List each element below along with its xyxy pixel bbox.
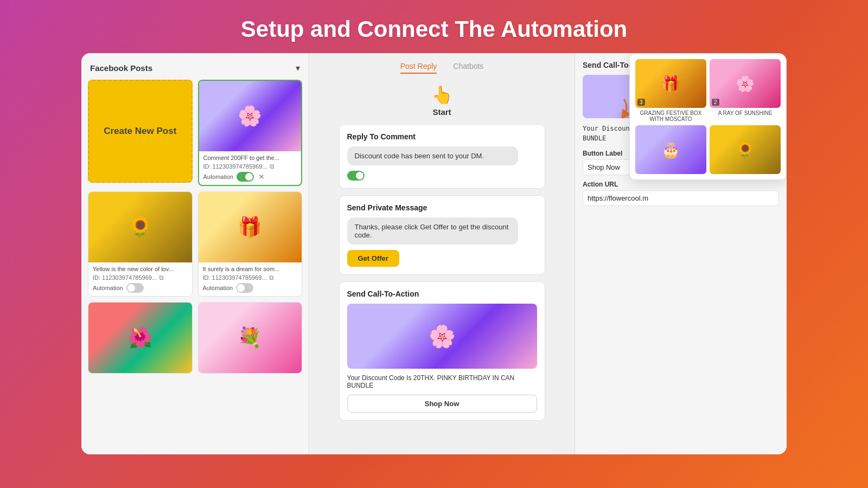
automation-toggle-birthday[interactable] bbox=[237, 172, 254, 182]
post-image-mixed: 🌺 bbox=[88, 303, 192, 373]
start-section: 👆 Start bbox=[431, 85, 453, 117]
post-comment-birthday: Comment 200FF to get the... bbox=[203, 155, 297, 161]
post-image-pink2: 💐 bbox=[199, 303, 302, 373]
create-post-button[interactable]: Create New Post bbox=[88, 80, 193, 183]
post-id-birthday: ID: 112303974785969... bbox=[203, 163, 267, 170]
popup-img-birthday2: 🎂 bbox=[635, 125, 706, 174]
popup-img-wrap-sunflower2: 🌻 bbox=[710, 125, 781, 174]
automation-toggle-gift[interactable] bbox=[236, 283, 253, 293]
post-id-gift: ID: 112303974785969... bbox=[203, 274, 267, 281]
post-meta-gift: It surely is a dream for som... ID: 1123… bbox=[199, 262, 302, 296]
copy-icon-sunflower[interactable]: ⧉ bbox=[159, 274, 164, 281]
action-url-value[interactable]: https://flowercool.m bbox=[583, 190, 779, 206]
send-private-message-card: Send Private Message Thanks, please clic… bbox=[339, 195, 545, 275]
posts-grid: Create New Post 🌸 Comment 200FF to get t… bbox=[88, 80, 302, 374]
automation-label-birthday: Automation bbox=[203, 174, 234, 180]
popup-img-wrap-sunshine: 🌸 2 bbox=[710, 59, 781, 108]
copy-icon-birthday[interactable]: ⧉ bbox=[270, 163, 275, 170]
reply-toggle-row bbox=[347, 171, 537, 181]
image-picker-popup: ✕ 🎁 3 GRAZING FESTIVE BOX WITH MOSCATO 🌸… bbox=[629, 53, 787, 180]
start-icon: 👆 bbox=[431, 85, 453, 105]
create-post-label: Create New Post bbox=[104, 126, 176, 137]
post-comment-sunflower: Yellow is the new color of lov... bbox=[93, 266, 188, 272]
reply-to-comment-title: Reply To Comment bbox=[347, 132, 537, 141]
automation-row-sunflower: Automation bbox=[93, 283, 188, 293]
popup-caption-sunshine: A RAY OF SUNSHINE bbox=[710, 110, 781, 116]
send-private-message-title: Send Private Message bbox=[347, 203, 537, 212]
center-panel: Post Reply Chatbots 👆 Start Reply To Com… bbox=[309, 53, 575, 454]
page-title: Setup and Connect The Automation bbox=[241, 16, 627, 42]
reply-to-comment-card: Reply To Comment Discount code has been … bbox=[339, 124, 545, 189]
left-panel: Facebook Posts ▾ Create New Post 🌸 Comme… bbox=[81, 53, 309, 454]
popup-images-grid: 🎁 3 GRAZING FESTIVE BOX WITH MOSCATO 🌸 2… bbox=[635, 59, 781, 174]
post-image-sunflower: 🌻 bbox=[88, 192, 192, 262]
post-card-sunflower[interactable]: 🌻 Yellow is the new color of lov... ID: … bbox=[88, 191, 193, 297]
popup-img-festive: 🎁 bbox=[635, 59, 706, 108]
popup-item-sunshine[interactable]: 🌸 2 A RAY OF SUNSHINE bbox=[710, 59, 781, 122]
popup-img-sunshine: 🌸 bbox=[710, 59, 781, 108]
reply-toggle[interactable] bbox=[347, 171, 365, 181]
post-id-row-sunflower: ID: 112303974785969... ⧉ bbox=[93, 274, 188, 281]
cta-flower-image: 🌸 bbox=[347, 304, 537, 369]
tab-post-reply[interactable]: Post Reply bbox=[400, 62, 437, 74]
popup-img-wrap-festive: 🎁 3 bbox=[635, 59, 706, 108]
post-comment-gift: It surely is a dream for som... bbox=[203, 266, 298, 272]
post-id-row-gift: ID: 112303974785969... ⧉ bbox=[203, 274, 298, 281]
post-meta-birthday: Comment 200FF to get the... ID: 11230397… bbox=[199, 151, 302, 185]
popup-count-sunshine: 2 bbox=[712, 99, 719, 106]
post-card-mixed[interactable]: 🌺 bbox=[88, 302, 193, 374]
popup-item-sunflower2[interactable]: 🌻 bbox=[710, 125, 781, 174]
start-label: Start bbox=[432, 107, 451, 117]
remove-icon-birthday[interactable]: ✕ bbox=[258, 172, 265, 181]
automation-toggle-sunflower[interactable] bbox=[126, 283, 144, 293]
post-meta-sunflower: Yellow is the new color of lov... ID: 11… bbox=[88, 262, 192, 296]
popup-item-festive[interactable]: 🎁 3 GRAZING FESTIVE BOX WITH MOSCATO bbox=[635, 59, 706, 122]
post-card-birthday[interactable]: 🌸 Comment 200FF to get the... ID: 112303… bbox=[198, 80, 303, 186]
main-container: Facebook Posts ▾ Create New Post 🌸 Comme… bbox=[81, 53, 787, 454]
shop-now-button[interactable]: Shop Now bbox=[347, 395, 537, 413]
automation-label-gift: Automation bbox=[203, 285, 233, 291]
chevron-down-icon[interactable]: ▾ bbox=[296, 63, 300, 73]
post-image-gift: 🎁 bbox=[199, 192, 302, 262]
arrow-icon bbox=[597, 97, 629, 118]
reply-comment-bubble: Discount code has been sent to your DM. bbox=[347, 146, 518, 165]
copy-icon-gift[interactable]: ⧉ bbox=[269, 274, 274, 281]
post-image-birthday: 🌸 bbox=[199, 81, 302, 151]
post-card-gift[interactable]: 🎁 It surely is a dream for som... ID: 11… bbox=[198, 191, 303, 297]
right-panel: Send Call-To-Action 🌸 S Your Discount Co… bbox=[575, 53, 787, 454]
popup-img-wrap-birthday2: 🎂 bbox=[635, 125, 706, 174]
automation-label-sunflower: Automation bbox=[93, 285, 123, 291]
tab-chatbots[interactable]: Chatbots bbox=[453, 62, 483, 74]
action-url-field: Action URL bbox=[583, 181, 779, 188]
popup-count-festive: 3 bbox=[637, 99, 645, 106]
get-offer-button[interactable]: Get Offer bbox=[347, 250, 399, 267]
popup-caption-festive: GRAZING FESTIVE BOX WITH MOSCATO bbox=[635, 110, 706, 122]
automation-row-birthday: Automation ✕ bbox=[203, 172, 297, 182]
send-cta-title: Send Call-To-Action bbox=[347, 290, 537, 298]
popup-img-sunflower2: 🌻 bbox=[710, 125, 781, 174]
post-id-row-birthday: ID: 112303974785969... ⧉ bbox=[203, 163, 297, 170]
left-header: Facebook Posts ▾ bbox=[88, 60, 302, 80]
send-cta-card: Send Call-To-Action 🌸 Your Discount Code… bbox=[339, 281, 545, 421]
tabs-row: Post Reply Chatbots bbox=[400, 62, 484, 74]
cta-discount-text: Your Discount Code Is 20THX. PINKY BIRTH… bbox=[347, 374, 537, 389]
post-card-pink2[interactable]: 💐 bbox=[198, 302, 303, 374]
post-id-sunflower: ID: 112303974785969... bbox=[93, 274, 157, 281]
private-message-bubble: Thanks, please click Get Offer to get th… bbox=[347, 217, 518, 245]
facebook-posts-title: Facebook Posts bbox=[90, 63, 152, 73]
automation-row-gift: Automation bbox=[203, 283, 298, 293]
popup-item-birthday2[interactable]: 🎂 bbox=[635, 125, 706, 174]
